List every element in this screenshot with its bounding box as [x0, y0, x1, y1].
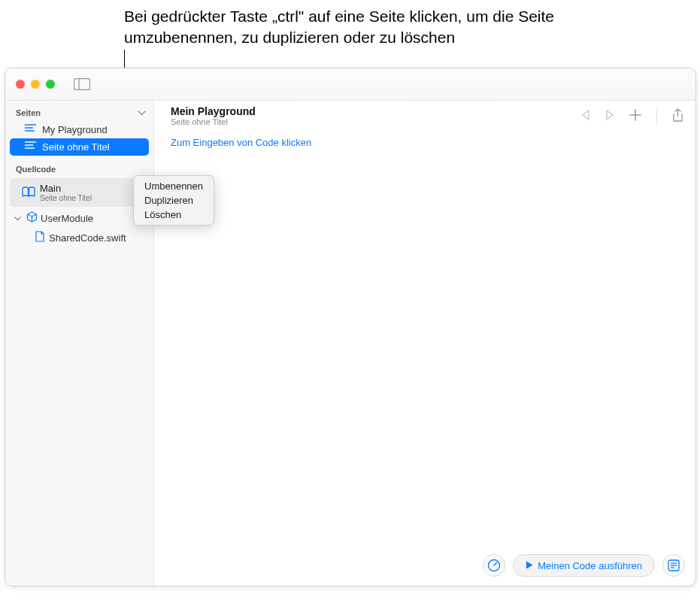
- plus-icon: [629, 109, 641, 121]
- traffic-lights: [5, 80, 55, 89]
- menu-item-delete[interactable]: Löschen: [134, 208, 214, 222]
- sidebar-icon: [74, 78, 90, 90]
- share-icon: [672, 108, 683, 122]
- pages-section-header[interactable]: Seiten: [5, 101, 153, 121]
- timer-button[interactable]: [483, 554, 505, 577]
- text-lines-icon: [25, 124, 36, 135]
- page-label: My Playground: [42, 124, 108, 135]
- chevron-down-icon[interactable]: [14, 214, 23, 223]
- sidebar-page-untitled[interactable]: Seite ohne Titel: [10, 138, 149, 156]
- sidebar-page-my-playground[interactable]: My Playground: [5, 121, 153, 138]
- editor-header: Mein Playground Seite ohne Titel: [154, 101, 695, 132]
- sidebar: Seiten My Playground Seite ohne Titel Qu…: [5, 101, 154, 586]
- main-module-title: Main: [40, 183, 92, 194]
- file-label: SharedCode.swift: [49, 232, 126, 244]
- minimize-window-button[interactable]: [31, 80, 40, 89]
- menu-item-duplicate[interactable]: Duplizieren: [134, 193, 214, 208]
- previous-page-button[interactable]: [581, 110, 590, 123]
- book-icon: [22, 186, 35, 199]
- sources-section-title: Quellcode: [16, 165, 56, 174]
- user-module-label: UserModule: [41, 213, 93, 224]
- file-shared-code[interactable]: SharedCode.swift: [5, 228, 153, 247]
- text-lines-icon: [25, 141, 36, 153]
- bottom-toolbar: Meinen Code ausführen: [483, 554, 685, 577]
- page-title: Mein Playground: [171, 105, 256, 117]
- next-page-button[interactable]: [605, 110, 614, 123]
- sidebar-toggle-button[interactable]: [71, 75, 92, 93]
- context-menu: Umbenennen Duplizieren Löschen: [133, 175, 214, 226]
- list-panel-icon: [668, 559, 680, 571]
- share-button[interactable]: [672, 108, 683, 125]
- titlebar: [5, 68, 695, 101]
- code-editor[interactable]: Zum Eingeben von Code klicken: [154, 132, 695, 586]
- zoom-window-button[interactable]: [46, 80, 55, 89]
- menu-item-rename[interactable]: Umbenennen: [134, 179, 214, 193]
- triangle-right-icon: [605, 110, 614, 120]
- document-icon: [35, 231, 44, 244]
- main-module-item[interactable]: Main Seite ohne Titel: [10, 178, 149, 207]
- results-panel-button[interactable]: [662, 554, 685, 577]
- main-module-subtitle: Seite ohne Titel: [40, 194, 92, 202]
- user-module-row[interactable]: UserModule: [5, 208, 153, 228]
- add-button[interactable]: [629, 109, 641, 124]
- triangle-left-icon: [581, 110, 590, 120]
- svg-rect-0: [74, 79, 90, 90]
- run-code-button[interactable]: Meinen Code ausführen: [513, 554, 655, 577]
- main-area: Mein Playground Seite ohne Titel: [154, 101, 695, 586]
- editor-placeholder[interactable]: Zum Eingeben von Code klicken: [171, 137, 311, 148]
- speedometer-icon: [487, 559, 501, 572]
- chevron-down-icon[interactable]: [138, 107, 146, 118]
- app-window: Seiten My Playground Seite ohne Titel Qu…: [5, 68, 696, 586]
- divider: [656, 109, 657, 124]
- page-subtitle: Seite ohne Titel: [171, 117, 256, 126]
- play-icon: [526, 560, 533, 571]
- cube-icon: [26, 211, 38, 225]
- pages-section-title: Seiten: [16, 108, 41, 117]
- page-label: Seite ohne Titel: [42, 141, 110, 153]
- run-code-label: Meinen Code ausführen: [538, 560, 642, 571]
- close-window-button[interactable]: [16, 80, 25, 89]
- sources-section-header[interactable]: Quellcode: [5, 156, 153, 177]
- callout-text: Bei gedrückter Taste „ctrl" auf eine Sei…: [124, 6, 665, 49]
